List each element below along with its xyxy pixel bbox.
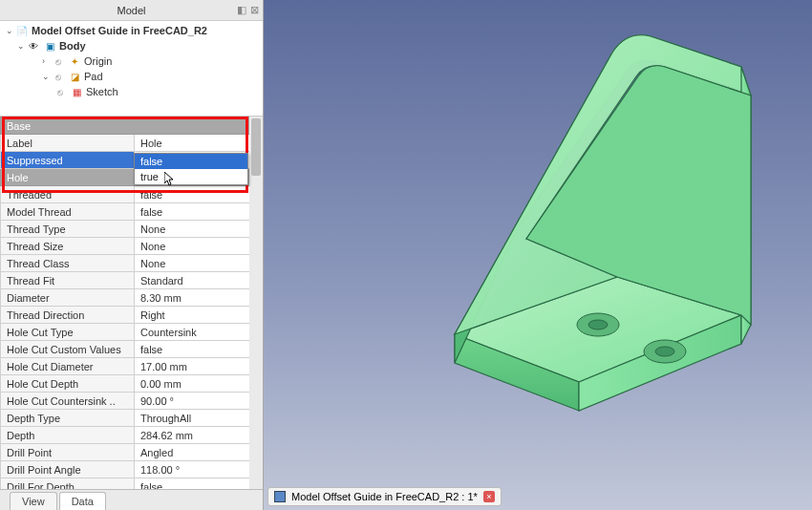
pad-icon: ◪ <box>68 70 81 83</box>
document-icon: 📄 <box>15 24 29 37</box>
tree-origin-row[interactable]: › ⎋ ✦ Origin <box>0 53 263 69</box>
prop-row[interactable]: Depth284.62 mm <box>1 427 263 444</box>
tree-origin-label: Origin <box>84 55 112 67</box>
section-base: Base <box>1 117 263 135</box>
tree-sketch-label: Sketch <box>86 86 118 97</box>
3d-viewport[interactable]: Model Offset Guide in FreeCAD_R2 : 1* × <box>264 0 812 510</box>
property-tabs: View Data <box>0 489 263 510</box>
scrollbar[interactable] <box>249 117 263 489</box>
origin-icon: ✦ <box>68 54 81 68</box>
dropdown-option-false[interactable]: false <box>135 154 247 169</box>
cursor-icon <box>164 172 176 187</box>
side-panel: Model ◧ ⊠ ⌄ 📄 Model Offset Guide in Free… <box>0 0 264 510</box>
prop-row-threaded[interactable]: Threadedfalse <box>1 186 263 203</box>
svg-point-3 <box>655 347 674 356</box>
panel-close-icon[interactable]: ⊠ <box>250 4 259 16</box>
prop-row[interactable]: Hole Cut Diameter17.00 mm <box>1 358 263 375</box>
link-icon: ⎋ <box>52 70 65 83</box>
prop-row[interactable]: Hole Cut Countersink ..90.00 ° <box>1 393 263 410</box>
scrollbar-thumb[interactable] <box>251 118 261 176</box>
document-tab-label: Model Offset Guide in FreeCAD_R2 : 1* <box>291 491 478 502</box>
close-tab-icon[interactable]: × <box>483 491 495 502</box>
prop-row[interactable]: Thread TypeNone <box>1 221 263 238</box>
prop-row[interactable]: Hole Cut Custom Valuesfalse <box>1 341 263 358</box>
link-icon: ⎋ <box>52 54 65 68</box>
document-icon <box>274 491 286 502</box>
tree-pad-row[interactable]: ⌄ ⎋ ◪ Pad <box>0 69 263 84</box>
link-icon: ⎋ <box>53 85 67 98</box>
document-tab[interactable]: Model Offset Guide in FreeCAD_R2 : 1* × <box>267 487 502 506</box>
prop-row[interactable]: Thread DirectionRight <box>1 307 263 324</box>
tree-body-row[interactable]: ⌄ 👁 ▣ Body <box>0 38 263 53</box>
visibility-icon[interactable]: 👁 <box>27 39 40 53</box>
expand-icon[interactable]: ⌄ <box>6 26 15 35</box>
3d-model[interactable] <box>311 10 770 458</box>
panel-title: Model <box>118 5 146 16</box>
prop-row[interactable]: Model Threadfalse <box>1 203 263 221</box>
panel-float-icon[interactable]: ◧ <box>237 4 246 16</box>
prop-row[interactable]: Depth TypeThroughAll <box>1 410 263 427</box>
tree-sketch-row[interactable]: ⎋ ▦ Sketch <box>0 84 263 99</box>
prop-row[interactable]: Diameter8.30 mm <box>1 289 263 307</box>
tab-view[interactable]: View <box>10 492 57 510</box>
prop-row[interactable]: Drill Point Angle118.00 ° <box>1 461 263 478</box>
expand-icon[interactable]: ⌄ <box>42 72 52 81</box>
prop-row[interactable]: Hole Cut Depth0.00 mm <box>1 375 263 393</box>
svg-point-1 <box>588 320 608 329</box>
sketch-icon: ▦ <box>70 85 83 98</box>
tree-root-label: Model Offset Guide in FreeCAD_R2 <box>32 25 207 36</box>
property-panel: Base LabelHole Suppressedfalse⌄ Hole Thr… <box>0 117 263 489</box>
tree-root-row[interactable]: ⌄ 📄 Model Offset Guide in FreeCAD_R2 <box>0 23 263 38</box>
prop-row[interactable]: Drill For Depthfalse <box>1 478 263 490</box>
prop-row[interactable]: Drill PointAngled <box>1 444 263 461</box>
prop-row[interactable]: Thread FitStandard <box>1 272 263 289</box>
prop-row[interactable]: Thread SizeNone <box>1 238 263 255</box>
expand-icon[interactable]: › <box>42 56 52 66</box>
dropdown-option-true[interactable]: true <box>135 169 247 184</box>
model-tree[interactable]: ⌄ 📄 Model Offset Guide in FreeCAD_R2 ⌄ 👁… <box>0 21 263 117</box>
body-icon: ▣ <box>43 39 56 53</box>
suppressed-dropdown[interactable]: false true <box>134 153 248 185</box>
prop-row-label[interactable]: LabelHole <box>1 135 263 152</box>
panel-title-bar: Model ◧ ⊠ <box>0 0 263 21</box>
prop-row[interactable]: Hole Cut TypeCountersink <box>1 324 263 341</box>
tab-data[interactable]: Data <box>59 492 106 510</box>
prop-row[interactable]: Thread ClassNone <box>1 255 263 272</box>
tree-pad-label: Pad <box>84 71 103 82</box>
tree-body-label: Body <box>59 40 86 52</box>
expand-icon[interactable]: ⌄ <box>17 41 27 51</box>
